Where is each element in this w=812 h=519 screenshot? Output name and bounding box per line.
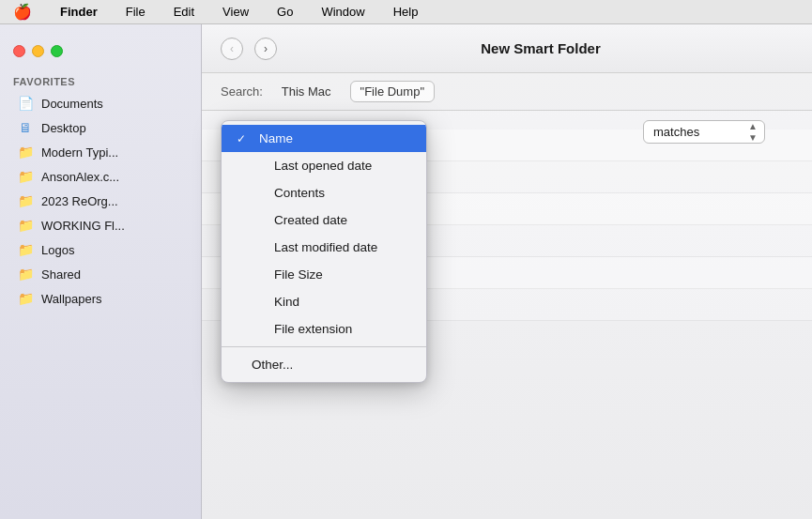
- menu-label-file-extension: File extension: [274, 322, 352, 336]
- menu-divider: [222, 346, 426, 347]
- matches-wrapper: matches ▲▼: [643, 120, 765, 144]
- desktop-icon: 🖥: [17, 120, 34, 135]
- menu-label-kind: Kind: [274, 295, 299, 309]
- menu-label-last-opened-date: Last opened date: [274, 159, 372, 173]
- menu-finder[interactable]: Finder: [54, 3, 103, 21]
- menu-item-last-modified-date[interactable]: Last modified date: [222, 234, 426, 261]
- maximize-button[interactable]: [51, 45, 63, 57]
- menu-item-name[interactable]: ✓ Name: [222, 125, 426, 152]
- window-title: New Smart Folder: [288, 40, 793, 56]
- menu-label-file-size: File Size: [274, 267, 323, 282]
- search-file-dump[interactable]: "File Dump": [350, 81, 435, 102]
- menu-item-other[interactable]: Other...: [222, 351, 426, 378]
- sidebar-label-documents: Documents: [41, 97, 103, 111]
- forward-button[interactable]: ›: [254, 38, 277, 60]
- sidebar-item-desktop[interactable]: 🖥 Desktop: [4, 115, 197, 140]
- folder-icon-1: 📁: [17, 145, 34, 160]
- app-window: Favorites 📄 Documents 🖥 Desktop 📁 Modern…: [0, 24, 812, 519]
- back-button[interactable]: ‹: [221, 38, 243, 60]
- content-area: ‹ › New Smart Folder Search: This Mac "F…: [202, 24, 812, 519]
- sidebar-item-shared[interactable]: 📁 Shared: [4, 262, 197, 286]
- menu-file[interactable]: File: [120, 3, 151, 21]
- folder-icon-4: 📁: [17, 218, 34, 233]
- matches-select[interactable]: matches: [643, 120, 765, 144]
- sidebar-label-2023-reorg: 2023 ReOrg...: [41, 194, 118, 208]
- menu-item-file-extension[interactable]: File extension: [222, 315, 426, 343]
- sidebar: Favorites 📄 Documents 🖥 Desktop 📁 Modern…: [0, 24, 202, 519]
- filter-row: ✓ Name Last opened date Contents Created…: [202, 111, 812, 130]
- folder-icon-3: 📁: [17, 193, 34, 208]
- menu-item-created-date[interactable]: Created date: [222, 206, 426, 234]
- menu-label-last-modified-date: Last modified date: [274, 240, 377, 254]
- menu-view[interactable]: View: [217, 3, 254, 21]
- menu-window[interactable]: Window: [315, 3, 370, 21]
- sidebar-label-ansonalex: AnsonAlex.c...: [41, 170, 119, 184]
- sidebar-item-documents[interactable]: 📄 Documents: [4, 91, 197, 115]
- close-button[interactable]: [13, 45, 25, 57]
- chevron-left-icon: ‹: [230, 42, 234, 55]
- search-bar: Search: This Mac "File Dump": [202, 73, 812, 111]
- sidebar-label-working-files: WORKING Fl...: [41, 219, 125, 233]
- apple-menu[interactable]: 🍎: [8, 1, 38, 23]
- chevron-right-icon: ›: [264, 42, 268, 55]
- folder-icon-2: 📁: [17, 169, 34, 184]
- menu-label-created-date: Created date: [274, 213, 347, 227]
- sidebar-item-2023-reorg[interactable]: 📁 2023 ReOrg...: [4, 189, 197, 213]
- search-label: Search:: [221, 84, 263, 99]
- folder-icon-6: 📁: [17, 267, 34, 282]
- toolbar: ‹ › New Smart Folder: [202, 24, 812, 73]
- sidebar-item-working-files[interactable]: 📁 WORKING Fl...: [4, 213, 197, 237]
- search-this-mac[interactable]: This Mac: [272, 82, 341, 101]
- menu-item-last-opened-date[interactable]: Last opened date: [222, 152, 426, 179]
- sidebar-section-favorites: Favorites: [0, 70, 201, 91]
- sidebar-item-wallpapers[interactable]: 📁 Wallpapers: [4, 286, 197, 311]
- checkmark-icon: ✓: [237, 132, 252, 145]
- dropdown-menu[interactable]: ✓ Name Last opened date Contents Created…: [221, 120, 427, 383]
- sidebar-item-ansonalex[interactable]: 📁 AnsonAlex.c...: [4, 164, 197, 189]
- sidebar-label-desktop: Desktop: [41, 121, 86, 135]
- menu-label-other: Other...: [252, 358, 293, 372]
- folder-icon-5: 📁: [17, 242, 34, 257]
- menu-item-file-size[interactable]: File Size: [222, 261, 426, 288]
- sidebar-label-shared: Shared: [41, 267, 81, 282]
- document-icon: 📄: [17, 96, 34, 111]
- menu-bar: 🍎 Finder File Edit View Go Window Help: [0, 0, 812, 24]
- menu-edit[interactable]: Edit: [168, 3, 200, 21]
- sidebar-item-modern-typing[interactable]: 📁 Modern Typi...: [4, 140, 197, 164]
- menu-label-name: Name: [259, 131, 293, 145]
- sidebar-label-logos: Logos: [41, 243, 74, 257]
- sidebar-item-logos[interactable]: 📁 Logos: [4, 237, 197, 262]
- menu-help[interactable]: Help: [388, 3, 424, 21]
- menu-go[interactable]: Go: [271, 3, 299, 21]
- traffic-lights: [0, 32, 201, 70]
- menu-item-contents[interactable]: Contents: [222, 179, 426, 206]
- matches-select-wrapper[interactable]: matches ▲▼: [643, 120, 765, 144]
- menu-label-contents: Contents: [274, 186, 325, 200]
- minimize-button[interactable]: [32, 45, 44, 57]
- menu-item-kind[interactable]: Kind: [222, 288, 426, 315]
- sidebar-label-modern-typing: Modern Typi...: [41, 145, 118, 160]
- folder-icon-7: 📁: [17, 291, 34, 306]
- sidebar-label-wallpapers: Wallpapers: [41, 292, 102, 306]
